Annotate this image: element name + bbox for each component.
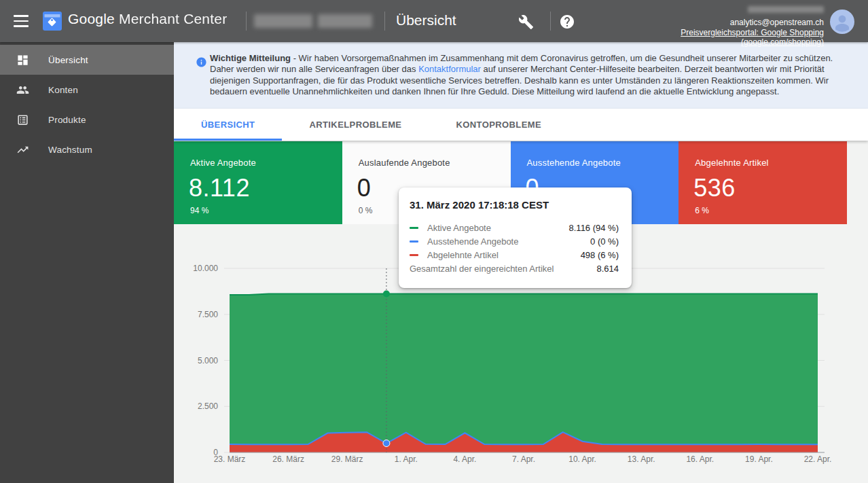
card-value: 8.112 <box>189 174 342 202</box>
masked-account-name <box>254 14 376 28</box>
brand-merchant-center: Merchant Center <box>115 11 227 26</box>
header-divider <box>550 12 551 31</box>
svg-text:5.000: 5.000 <box>198 356 218 365</box>
tooltip-row: Abgelehnte Artikel 498 (6 %) <box>410 248 619 262</box>
tab-artikelprobleme[interactable]: ARTIKELPROBLEME <box>282 109 429 141</box>
series-dash-green <box>410 227 418 229</box>
series-dash-blue <box>410 240 418 243</box>
svg-text:1. Apr.: 1. Apr. <box>395 454 418 464</box>
brand-title: Google Merchant Center <box>68 11 227 27</box>
dashboard-icon <box>16 54 29 67</box>
sidebar-item-label: Wachstum <box>48 145 92 155</box>
people-icon <box>16 84 29 96</box>
chart-tooltip: 31. März 2020 17:18:18 CEST Aktive Angeb… <box>399 187 632 288</box>
card-aktive-angebote[interactable]: Aktive Angebote 8.112 94 % <box>174 141 342 224</box>
svg-text:2.500: 2.500 <box>198 401 218 411</box>
merchant-center-logo-icon[interactable] <box>43 12 62 31</box>
sidebar-item-uebersicht[interactable]: Übersicht <box>0 45 174 75</box>
portal-link[interactable]: Preisvergleichsportal: Google Shopping (… <box>661 28 824 47</box>
svg-text:22. Apr.: 22. Apr. <box>804 454 832 464</box>
avatar[interactable] <box>830 10 854 34</box>
app-header: Google Merchant Center Übersicht analyti… <box>0 0 868 42</box>
sidebar: Übersicht Konten Produkte Wachstum <box>0 42 174 483</box>
hamburger-icon[interactable] <box>14 15 29 27</box>
page-title: Übersicht <box>396 12 456 29</box>
svg-text:10.000: 10.000 <box>193 264 218 273</box>
tooltip-row-total: Gesamtzahl der eingereichten Artikel 8.6… <box>410 262 619 275</box>
header-divider <box>384 12 385 31</box>
merchant-center-app: Google Merchant Center Übersicht analyti… <box>0 0 868 483</box>
card-label: Abgelehnte Artikel <box>695 158 847 168</box>
tab-kontoprobleme[interactable]: KONTOPROBLEME <box>429 109 568 141</box>
svg-text:7.500: 7.500 <box>198 310 218 319</box>
card-label: Auslaufende Angebote <box>359 158 511 168</box>
notice-banner: Wichtige Mitteilung - Wir haben Vorsorge… <box>174 42 868 109</box>
notice-title: Wichtige Mitteilung <box>210 53 291 63</box>
header-divider <box>246 12 247 31</box>
tab-bar: ÜBERSICHT ARTIKELPROBLEME KONTOPROBLEME <box>174 109 868 141</box>
tooltip-date: 31. März 2020 17:18:18 CEST <box>410 199 619 211</box>
list-alt-icon <box>16 113 29 126</box>
series-dash-red <box>410 254 418 256</box>
sidebar-item-produkte[interactable]: Produkte <box>0 105 174 135</box>
kontaktformular-link[interactable]: Kontaktformular <box>418 64 481 74</box>
sidebar-item-label: Übersicht <box>48 55 88 65</box>
card-label: Ausstehende Angebote <box>527 158 679 168</box>
svg-text:10. Apr.: 10. Apr. <box>568 454 596 464</box>
masked-account-line <box>748 6 824 13</box>
help-icon[interactable] <box>559 14 575 30</box>
svg-text:7. Apr.: 7. Apr. <box>512 454 535 464</box>
account-info: analytics@openstream.ch Preisvergleichsp… <box>661 5 824 48</box>
sidebar-item-label: Konten <box>48 85 78 95</box>
svg-text:13. Apr.: 13. Apr. <box>628 454 655 464</box>
svg-text:4. Apr.: 4. Apr. <box>453 454 476 464</box>
svg-text:19. Apr.: 19. Apr. <box>745 454 773 464</box>
sidebar-item-label: Produkte <box>48 115 86 125</box>
card-value: 536 <box>693 174 847 202</box>
tab-uebersicht[interactable]: ÜBERSICHT <box>174 109 282 141</box>
svg-text:23. März: 23. März <box>214 454 246 464</box>
account-email: analytics@openstream.ch <box>661 18 824 27</box>
tooltip-row: Aktive Angebote 8.116 (94 %) <box>410 221 619 234</box>
wrench-icon[interactable] <box>518 14 534 30</box>
sidebar-item-konten[interactable]: Konten <box>0 75 174 105</box>
notice-text: Wichtige Mitteilung - Wir haben Vorsorge… <box>210 53 850 98</box>
trending-up-icon <box>16 143 29 156</box>
card-label: Aktive Angebote <box>190 158 342 168</box>
card-abgelehnte-artikel[interactable]: Abgelehnte Artikel 536 6 % <box>679 141 847 224</box>
card-percent: 6 % <box>695 206 847 215</box>
sidebar-item-wachstum[interactable]: Wachstum <box>0 135 174 164</box>
svg-text:26. März: 26. März <box>272 454 304 464</box>
card-percent: 94 % <box>190 206 342 215</box>
tooltip-row: Ausstehende Angebote 0 (0 %) <box>410 234 619 248</box>
svg-text:16. Apr.: 16. Apr. <box>686 454 714 464</box>
brand-google: Google <box>68 11 115 26</box>
svg-text:29. März: 29. März <box>331 454 363 464</box>
info-icon <box>196 56 207 68</box>
